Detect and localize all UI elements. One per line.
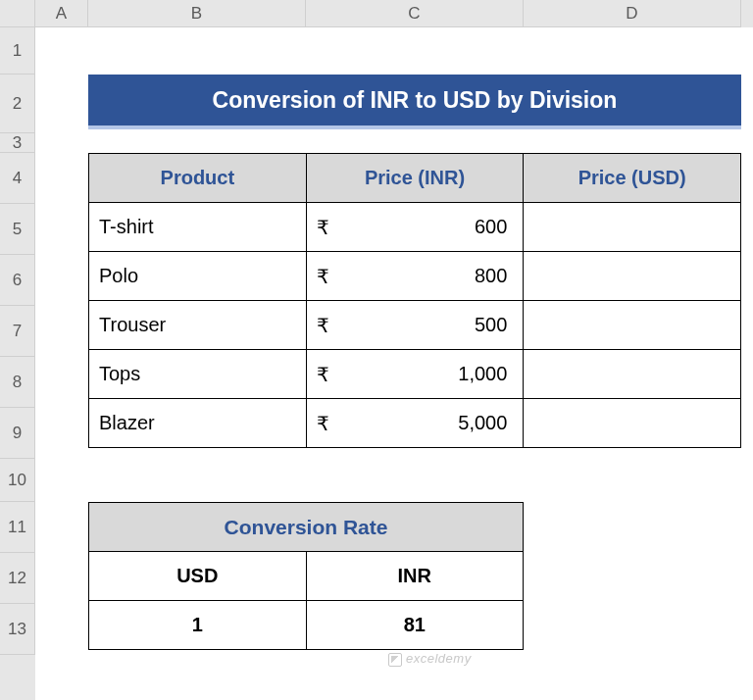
- cell-price-value: 1,000: [317, 363, 514, 385]
- row-header-3[interactable]: 3: [0, 133, 35, 153]
- header-price-usd[interactable]: Price (USD): [524, 154, 741, 203]
- grid-area[interactable]: Conversion of INR to USD by Division Pro…: [35, 27, 753, 700]
- rupee-icon: ₹: [317, 265, 329, 288]
- cell-price-usd[interactable]: [524, 301, 741, 350]
- row-header-column: 1 2 3 4 5 6 7 8 9 10 11 12 13: [0, 27, 35, 700]
- cell-product[interactable]: T-shirt: [89, 203, 307, 252]
- cell-price-value: 600: [317, 216, 514, 238]
- row-header-2[interactable]: 2: [0, 75, 35, 133]
- cell-price-inr[interactable]: ₹ 800: [306, 252, 524, 301]
- conversion-usd-value[interactable]: 1: [89, 601, 307, 650]
- cell-product[interactable]: Trouser: [89, 301, 307, 350]
- spreadsheet-crop: A B C D 1 2 3 4 5 6 7 8 9 10 11 12 13 Co…: [0, 0, 753, 700]
- col-header-C[interactable]: C: [306, 0, 524, 27]
- row-header-8[interactable]: 8: [0, 357, 35, 408]
- conversion-inr-label[interactable]: INR: [306, 552, 524, 601]
- row-header-4[interactable]: 4: [0, 153, 35, 204]
- cell-price-value: 800: [317, 265, 514, 287]
- cell-price-value: 500: [317, 314, 514, 336]
- header-product[interactable]: Product: [89, 154, 307, 203]
- watermark-text: exceldemy: [406, 651, 472, 666]
- conversion-usd-label[interactable]: USD: [89, 552, 307, 601]
- rupee-icon: ₹: [317, 363, 329, 386]
- col-header-D[interactable]: D: [524, 0, 741, 27]
- cell-price-usd[interactable]: [524, 203, 741, 252]
- table-row: Trouser ₹ 500: [89, 301, 741, 350]
- row-header-10[interactable]: 10: [0, 459, 35, 502]
- cell-price-usd[interactable]: [524, 350, 741, 399]
- cell-price-inr[interactable]: ₹ 500: [306, 301, 524, 350]
- row-header-12[interactable]: 12: [0, 553, 35, 604]
- table-row: Polo ₹ 800: [89, 252, 741, 301]
- rupee-icon: ₹: [317, 216, 329, 239]
- row-header-11[interactable]: 11: [0, 502, 35, 553]
- row-header-9[interactable]: 9: [0, 408, 35, 459]
- cell-price-usd[interactable]: [524, 252, 741, 301]
- table-row: Tops ₹ 1,000: [89, 350, 741, 399]
- cell-price-inr[interactable]: ₹ 5,000: [306, 399, 524, 448]
- row-header-13[interactable]: 13: [0, 604, 35, 655]
- watermark: exceldemy: [388, 651, 472, 667]
- cell-product[interactable]: Polo: [89, 252, 307, 301]
- select-all-corner[interactable]: [0, 0, 35, 27]
- rupee-icon: ₹: [317, 314, 329, 337]
- table-row: T-shirt ₹ 600: [89, 203, 741, 252]
- price-table: Product Price (INR) Price (USD) T-shirt …: [88, 153, 741, 448]
- row-header-7[interactable]: 7: [0, 306, 35, 357]
- conversion-rate-table: Conversion Rate USD INR 1 81: [88, 502, 524, 650]
- row-header-5[interactable]: 5: [0, 204, 35, 255]
- col-header-B[interactable]: B: [88, 0, 306, 27]
- cell-price-value: 5,000: [317, 412, 514, 434]
- conversion-inr-value[interactable]: 81: [306, 601, 524, 650]
- header-price-inr[interactable]: Price (INR): [306, 154, 524, 203]
- title-banner[interactable]: Conversion of INR to USD by Division: [88, 75, 741, 129]
- table-row: Blazer ₹ 5,000: [89, 399, 741, 448]
- cell-product[interactable]: Tops: [89, 350, 307, 399]
- rupee-icon: ₹: [317, 412, 329, 435]
- cell-product[interactable]: Blazer: [89, 399, 307, 448]
- column-header-row: A B C D: [0, 0, 753, 27]
- col-header-A[interactable]: A: [35, 0, 88, 27]
- conversion-title[interactable]: Conversion Rate: [89, 503, 524, 552]
- row-header-1[interactable]: 1: [0, 27, 35, 75]
- cell-price-inr[interactable]: ₹ 1,000: [306, 350, 524, 399]
- cell-price-inr[interactable]: ₹ 600: [306, 203, 524, 252]
- watermark-logo-icon: [388, 653, 402, 667]
- row-header-6[interactable]: 6: [0, 255, 35, 306]
- cell-price-usd[interactable]: [524, 399, 741, 448]
